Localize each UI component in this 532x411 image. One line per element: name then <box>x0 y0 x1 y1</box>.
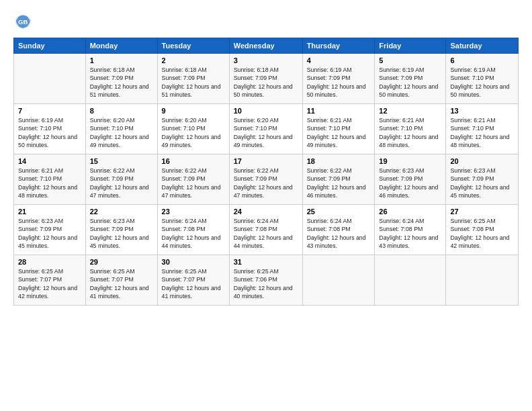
col-header-saturday: Saturday <box>446 38 519 54</box>
day-cell <box>446 255 519 306</box>
day-cell: 2Sunrise: 6:18 AMSunset: 7:09 PMDaylight… <box>157 54 229 104</box>
week-row-1: 1Sunrise: 6:18 AMSunset: 7:09 PMDaylight… <box>14 54 519 104</box>
day-cell: 21Sunrise: 6:23 AMSunset: 7:09 PMDayligh… <box>14 205 86 255</box>
day-cell: 12Sunrise: 6:21 AMSunset: 7:10 PMDayligh… <box>375 104 446 154</box>
day-cell: 13Sunrise: 6:21 AMSunset: 7:10 PMDayligh… <box>446 104 519 154</box>
day-info: Sunrise: 6:20 AMSunset: 7:10 PMDaylight:… <box>234 117 293 148</box>
logo: GB <box>13 12 35 31</box>
day-info: Sunrise: 6:25 AMSunset: 7:07 PMDaylight:… <box>162 268 221 300</box>
header-row: SundayMondayTuesdayWednesdayThursdayFrid… <box>14 38 519 54</box>
day-cell: 20Sunrise: 6:23 AMSunset: 7:09 PMDayligh… <box>446 154 519 205</box>
day-number: 22 <box>90 208 153 216</box>
day-cell: 19Sunrise: 6:23 AMSunset: 7:09 PMDayligh… <box>375 154 446 205</box>
day-cell: 18Sunrise: 6:22 AMSunset: 7:09 PMDayligh… <box>302 154 375 205</box>
day-cell: 3Sunrise: 6:18 AMSunset: 7:09 PMDaylight… <box>229 54 302 104</box>
day-cell: 25Sunrise: 6:24 AMSunset: 7:08 PMDayligh… <box>302 205 375 255</box>
week-row-2: 7Sunrise: 6:19 AMSunset: 7:10 PMDaylight… <box>14 104 519 154</box>
day-info: Sunrise: 6:23 AMSunset: 7:09 PMDaylight:… <box>379 167 438 199</box>
week-row-3: 14Sunrise: 6:21 AMSunset: 7:10 PMDayligh… <box>14 154 519 205</box>
week-row-5: 28Sunrise: 6:25 AMSunset: 7:07 PMDayligh… <box>14 255 519 306</box>
svg-text:GB: GB <box>18 18 28 26</box>
day-cell: 15Sunrise: 6:22 AMSunset: 7:09 PMDayligh… <box>85 154 157 205</box>
day-cell: 8Sunrise: 6:20 AMSunset: 7:10 PMDaylight… <box>85 104 157 154</box>
day-info: Sunrise: 6:25 AMSunset: 7:06 PMDaylight:… <box>234 268 293 300</box>
col-header-monday: Monday <box>85 38 157 54</box>
day-info: Sunrise: 6:18 AMSunset: 7:09 PMDaylight:… <box>90 66 149 98</box>
logo-icon: GB <box>13 12 32 31</box>
day-number: 11 <box>307 107 371 115</box>
day-number: 13 <box>450 107 514 115</box>
day-info: Sunrise: 6:18 AMSunset: 7:09 PMDaylight:… <box>162 66 221 98</box>
day-cell: 26Sunrise: 6:24 AMSunset: 7:08 PMDayligh… <box>375 205 446 255</box>
day-info: Sunrise: 6:24 AMSunset: 7:08 PMDaylight:… <box>307 218 366 249</box>
day-info: Sunrise: 6:25 AMSunset: 7:07 PMDaylight:… <box>90 268 149 300</box>
col-header-sunday: Sunday <box>14 38 86 54</box>
day-info: Sunrise: 6:19 AMSunset: 7:09 PMDaylight:… <box>307 66 366 98</box>
day-info: Sunrise: 6:24 AMSunset: 7:08 PMDaylight:… <box>234 218 293 249</box>
day-number: 26 <box>379 208 441 216</box>
day-number: 30 <box>162 258 225 266</box>
day-number: 12 <box>379 107 441 115</box>
day-cell: 16Sunrise: 6:22 AMSunset: 7:09 PMDayligh… <box>157 154 229 205</box>
col-header-thursday: Thursday <box>302 38 375 54</box>
day-number: 2 <box>162 56 225 64</box>
day-info: Sunrise: 6:21 AMSunset: 7:10 PMDaylight:… <box>307 117 366 148</box>
day-number: 3 <box>234 56 298 64</box>
day-info: Sunrise: 6:21 AMSunset: 7:10 PMDaylight:… <box>379 117 438 148</box>
day-cell: 7Sunrise: 6:19 AMSunset: 7:10 PMDaylight… <box>14 104 86 154</box>
header: GB <box>13 12 519 31</box>
day-number: 16 <box>162 157 225 165</box>
day-number: 31 <box>234 258 298 266</box>
day-cell: 10Sunrise: 6:20 AMSunset: 7:10 PMDayligh… <box>229 104 302 154</box>
day-number: 29 <box>90 258 153 266</box>
day-number: 18 <box>307 157 371 165</box>
day-cell: 28Sunrise: 6:25 AMSunset: 7:07 PMDayligh… <box>14 255 86 306</box>
day-info: Sunrise: 6:23 AMSunset: 7:09 PMDaylight:… <box>18 218 77 249</box>
day-number: 17 <box>234 157 298 165</box>
day-cell: 29Sunrise: 6:25 AMSunset: 7:07 PMDayligh… <box>85 255 157 306</box>
day-cell: 4Sunrise: 6:19 AMSunset: 7:09 PMDaylight… <box>302 54 375 104</box>
day-cell: 23Sunrise: 6:24 AMSunset: 7:08 PMDayligh… <box>157 205 229 255</box>
day-info: Sunrise: 6:25 AMSunset: 7:07 PMDaylight:… <box>18 268 77 300</box>
day-number: 5 <box>379 56 441 64</box>
day-number: 25 <box>307 208 371 216</box>
week-row-4: 21Sunrise: 6:23 AMSunset: 7:09 PMDayligh… <box>14 205 519 255</box>
day-number: 27 <box>450 208 514 216</box>
col-header-friday: Friday <box>375 38 446 54</box>
day-info: Sunrise: 6:24 AMSunset: 7:08 PMDaylight:… <box>379 218 438 249</box>
day-number: 20 <box>450 157 514 165</box>
col-header-tuesday: Tuesday <box>157 38 229 54</box>
day-cell: 31Sunrise: 6:25 AMSunset: 7:06 PMDayligh… <box>229 255 302 306</box>
day-cell: 9Sunrise: 6:20 AMSunset: 7:10 PMDaylight… <box>157 104 229 154</box>
day-info: Sunrise: 6:22 AMSunset: 7:09 PMDaylight:… <box>307 167 366 199</box>
day-info: Sunrise: 6:22 AMSunset: 7:09 PMDaylight:… <box>162 167 221 199</box>
day-cell <box>375 255 446 306</box>
day-number: 4 <box>307 56 371 64</box>
day-info: Sunrise: 6:22 AMSunset: 7:09 PMDaylight:… <box>234 167 293 199</box>
day-info: Sunrise: 6:22 AMSunset: 7:09 PMDaylight:… <box>90 167 149 199</box>
day-number: 10 <box>234 107 298 115</box>
day-number: 24 <box>234 208 298 216</box>
day-info: Sunrise: 6:23 AMSunset: 7:09 PMDaylight:… <box>450 167 509 199</box>
day-number: 15 <box>90 157 153 165</box>
day-number: 6 <box>450 56 514 64</box>
day-cell: 27Sunrise: 6:25 AMSunset: 7:08 PMDayligh… <box>446 205 519 255</box>
day-info: Sunrise: 6:23 AMSunset: 7:09 PMDaylight:… <box>90 218 149 249</box>
day-number: 1 <box>90 56 153 64</box>
day-cell: 6Sunrise: 6:19 AMSunset: 7:10 PMDaylight… <box>446 54 519 104</box>
day-cell: 24Sunrise: 6:24 AMSunset: 7:08 PMDayligh… <box>229 205 302 255</box>
day-info: Sunrise: 6:19 AMSunset: 7:09 PMDaylight:… <box>379 66 438 98</box>
day-info: Sunrise: 6:18 AMSunset: 7:09 PMDaylight:… <box>234 66 293 98</box>
day-cell: 17Sunrise: 6:22 AMSunset: 7:09 PMDayligh… <box>229 154 302 205</box>
day-number: 28 <box>18 258 81 266</box>
day-info: Sunrise: 6:20 AMSunset: 7:10 PMDaylight:… <box>162 117 221 148</box>
day-info: Sunrise: 6:24 AMSunset: 7:08 PMDaylight:… <box>162 218 221 249</box>
day-cell: 14Sunrise: 6:21 AMSunset: 7:10 PMDayligh… <box>14 154 86 205</box>
col-header-wednesday: Wednesday <box>229 38 302 54</box>
day-number: 23 <box>162 208 225 216</box>
day-cell: 1Sunrise: 6:18 AMSunset: 7:09 PMDaylight… <box>85 54 157 104</box>
day-info: Sunrise: 6:25 AMSunset: 7:08 PMDaylight:… <box>450 218 509 249</box>
day-info: Sunrise: 6:21 AMSunset: 7:10 PMDaylight:… <box>18 167 77 199</box>
day-cell <box>14 54 86 104</box>
day-number: 7 <box>18 107 81 115</box>
